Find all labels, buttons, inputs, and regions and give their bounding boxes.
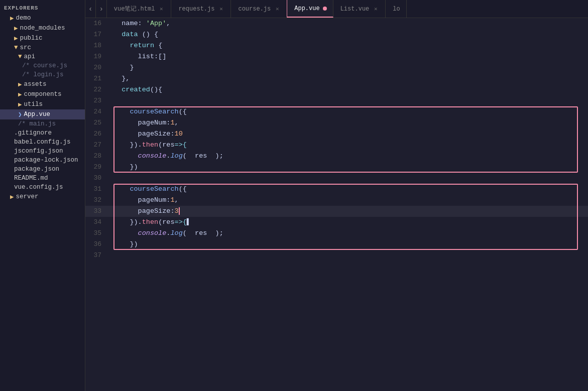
tab-next-button[interactable]: › (96, 0, 106, 18)
tab-prev-button[interactable]: ‹ (85, 0, 96, 18)
code-line-20: 20 } (85, 62, 588, 73)
sidebar-item-assets[interactable]: ▶ assets (0, 79, 85, 89)
sidebar-item-package-json[interactable]: package.json (0, 165, 85, 174)
line-number: 27 (85, 140, 109, 151)
sidebar-item-label: jsconfig.json (14, 148, 63, 155)
code-line-17: 17 data () { (85, 29, 588, 40)
sidebar-item-main-js[interactable]: /* main.js (0, 119, 85, 128)
line-number: 21 (85, 73, 109, 84)
line-number: 25 (85, 117, 109, 128)
code-line-22: 22 created(){ (85, 84, 588, 95)
sidebar-item-login-js[interactable]: /* login.js (0, 70, 85, 79)
tab-label: lo (393, 6, 400, 13)
sidebar-item-label: babel.config.js (14, 139, 71, 146)
tab-modified-dot (323, 7, 327, 11)
sidebar-item-label: src (20, 44, 32, 51)
sidebar-item-label: /* main.js (18, 120, 56, 127)
line-number: 22 (85, 84, 109, 95)
sidebar-item-label: /* course.js (22, 62, 67, 69)
sidebar-item-node_modules[interactable]: ▶ node_modules (0, 23, 85, 33)
tab-label: vue笔记.html (114, 5, 155, 13)
tab-list-vue[interactable]: List.vue ✕ (333, 0, 386, 18)
tab-close-course[interactable]: ✕ (274, 6, 281, 13)
sidebar-item-label: /* login.js (22, 71, 64, 78)
code-content: list:[] (109, 51, 588, 62)
folder-icon: ▶ (18, 90, 22, 98)
line-number: 37 (85, 250, 109, 261)
sidebar-item-label: App.vue (24, 111, 51, 118)
folder-icon: ▶ (14, 24, 18, 32)
sidebar-item-vue-config[interactable]: vue.config.js (0, 183, 85, 192)
code-content: pageSize:10 (109, 128, 588, 140)
sidebar-item-babel[interactable]: babel.config.js (0, 138, 85, 147)
tab-bar: ‹ › vue笔记.html ✕ request.js ✕ course.js … (85, 0, 588, 18)
code-content: }) (109, 162, 588, 173)
code-content (109, 95, 588, 106)
sidebar-item-label: utils (24, 101, 43, 108)
sidebar-item-label: README.md (14, 175, 48, 182)
sidebar-item-public[interactable]: ▶ public (0, 33, 85, 43)
code-content: console.log( res ); (109, 151, 588, 162)
sidebar-item-label: .gitignore (14, 129, 52, 137)
folder-icon: ▶ (14, 34, 18, 42)
code-content: console.log( res ); (109, 228, 588, 239)
sidebar-item-jsconfig[interactable]: jsconfig.json (0, 147, 85, 156)
sidebar-item-readme[interactable]: README.md (0, 174, 85, 183)
tab-app-vue[interactable]: App.vue (287, 0, 333, 18)
code-line-21: 21 }, (85, 73, 588, 84)
sidebar-item-label: api (24, 53, 36, 60)
sidebar-item-label: package.json (14, 166, 59, 173)
tab-close-vue-notes[interactable]: ✕ (158, 6, 165, 13)
code-line-28: 28 console.log( res ); (85, 151, 588, 162)
sidebar-title: EXPLORERS (0, 2, 85, 13)
sidebar-item-api[interactable]: ▼ api (0, 52, 85, 61)
code-content: return { (109, 40, 588, 51)
code-line-19: 19 list:[] (85, 51, 588, 62)
tab-label: App.vue (294, 5, 319, 12)
sidebar-item-utils[interactable]: ▶ utils (0, 99, 85, 109)
sidebar-item-demo[interactable]: ▶ demo (0, 13, 85, 23)
chevron-icon: ❯ (18, 110, 22, 118)
line-number: 36 (85, 239, 109, 250)
line-number: 30 (85, 173, 109, 184)
code-content: courseSearch({ (109, 106, 588, 117)
sidebar-item-label: package-lock.json (14, 157, 78, 164)
line-number: 31 (85, 184, 109, 195)
sidebar-item-src[interactable]: ▼ src (0, 43, 85, 52)
code-line-27: 27 }).then(res=>{ (85, 140, 588, 151)
sidebar-item-label: demo (16, 15, 31, 22)
code-line-18: 18 return { (85, 40, 588, 51)
code-content (109, 250, 588, 261)
sidebar: EXPLORERS ▶ demo ▶ node_modules ▶ public… (0, 0, 85, 391)
tab-lo[interactable]: lo (386, 0, 406, 18)
sidebar-item-server[interactable]: ▶ server (0, 192, 85, 202)
folder-icon: ▶ (10, 193, 14, 201)
code-content: courseSearch({ (109, 184, 588, 195)
code-content: pageNum:1, (109, 117, 588, 128)
sidebar-item-label: vue.config.js (14, 184, 63, 191)
code-content (109, 173, 588, 184)
code-line-37: 37 (85, 250, 588, 261)
sidebar-item-gitignore[interactable]: .gitignore (0, 128, 85, 138)
code-content: pageSize:3 (109, 206, 588, 217)
line-number: 18 (85, 40, 109, 51)
tab-close-request[interactable]: ✕ (217, 6, 224, 13)
tab-course[interactable]: course.js ✕ (231, 0, 287, 18)
code-line-33: 33 pageSize:3 (85, 206, 588, 217)
code-line-36: 36 }) (85, 239, 588, 250)
tab-label: List.vue (340, 6, 370, 13)
sidebar-item-course-js[interactable]: /* course.js (0, 61, 85, 70)
tab-close-list-vue[interactable]: ✕ (372, 6, 379, 13)
sidebar-item-app-vue[interactable]: ❯ App.vue (0, 109, 85, 119)
sidebar-item-package-lock[interactable]: package-lock.json (0, 156, 85, 165)
red-box-2-wrapper: 31 courseSearch({ 32 pageNum:1, 33 pageS… (85, 184, 588, 250)
tab-request[interactable]: request.js ✕ (171, 0, 231, 18)
code-line-34: 34 }).then(res=>{▌ (85, 217, 588, 228)
code-editor[interactable]: 16 name: 'App', 17 data () { 18 return {… (85, 18, 588, 391)
line-number: 32 (85, 195, 109, 206)
sidebar-item-components[interactable]: ▶ components (0, 89, 85, 99)
sidebar-item-label: assets (24, 81, 47, 88)
code-line-29: 29 }) (85, 162, 588, 173)
code-line-26: 26 pageSize:10 (85, 128, 588, 140)
tab-vue-notes[interactable]: vue笔记.html ✕ (107, 0, 172, 18)
